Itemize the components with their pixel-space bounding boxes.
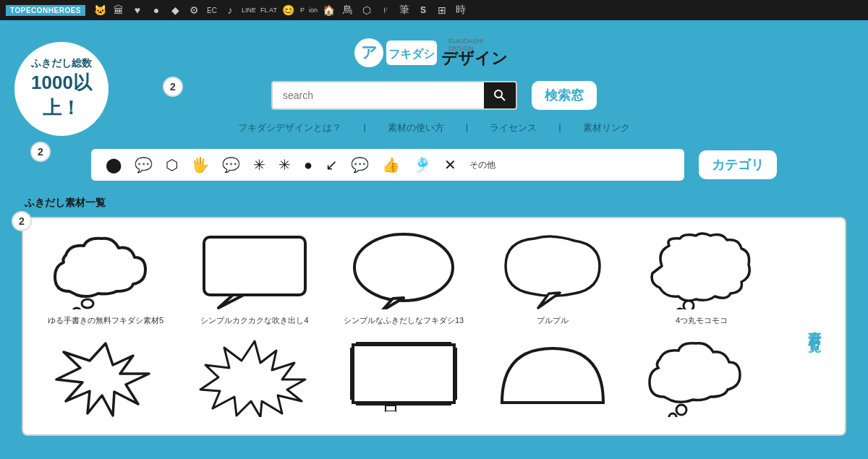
nav-icon-5[interactable]: ◆ (168, 4, 182, 16)
nav-icon-3[interactable]: ♥ (130, 4, 145, 16)
nav-icon-17[interactable]: ド (378, 6, 393, 15)
search-icon (494, 90, 506, 101)
category-section: 2 ⬤ 💬 ⬡ 🖐 💬 ✳ ✳ ● ↙ 💬 👍 🎐 ✕ その他 カテゴリ (22, 149, 846, 181)
nav-icon-12[interactable]: P (300, 7, 305, 14)
svg-point-9 (82, 299, 93, 308)
nav-icon-8[interactable]: ♪ (223, 4, 237, 16)
navlink-license[interactable]: ライセンス (490, 121, 537, 134)
cat-icon-oval2[interactable]: 💬 (222, 156, 240, 173)
svg-line-8 (501, 97, 505, 100)
cat-icon-bubble[interactable]: 💬 (351, 156, 369, 173)
svg-text:FUKIDASHI: FUKIDASHI (448, 38, 483, 45)
svg-text:フキダシ: フキダシ (388, 48, 435, 60)
fukidashi-item-cloud[interactable]: ゆる手書きの無料フキダシ素材5 (35, 230, 176, 326)
nav-icon-7[interactable]: EC (205, 7, 218, 14)
fukidashi-item-halfcircle[interactable] (482, 338, 624, 423)
nav-icon-13[interactable]: ion (309, 7, 318, 14)
cat-icon-thumb[interactable]: 👍 (382, 156, 400, 173)
nav-icon-4[interactable]: ● (149, 4, 163, 16)
svg-marker-12 (218, 295, 244, 308)
nav-icon-16[interactable]: ⬡ (359, 4, 374, 16)
brand-logo[interactable]: TOPECONHEROES (6, 5, 85, 16)
svg-text:デザイン: デザイン (441, 49, 508, 67)
nav-icon-10[interactable]: FL AT (260, 7, 277, 14)
svg-rect-22 (356, 403, 451, 406)
svg-point-16 (684, 301, 694, 309)
svg-point-13 (354, 234, 453, 301)
fukidashi-item-pixel[interactable] (333, 338, 475, 423)
nav-icon-20[interactable]: ⊞ (435, 4, 449, 16)
search-wrapper: 検索窓 (271, 81, 597, 110)
fukidashi-section: ふきだし素材一覧 2 ゆる手書きの無料フキダシ素材 (22, 197, 846, 436)
search-badge: 2 (163, 77, 183, 97)
svg-point-17 (676, 309, 684, 309)
topleft-promo: ふきだし総数 1000以上！ (14, 42, 109, 136)
nav-icon-14[interactable]: 🏠 (322, 4, 336, 16)
fukidashi-item-rect[interactable]: シンプルカクカクな吹き出し4 (184, 230, 326, 326)
fukidashi-item-spiky[interactable] (184, 338, 326, 423)
cat-icon-hand[interactable]: 🖐 (191, 156, 209, 173)
fukidashi-label-4: プルプル (537, 315, 569, 326)
cat-icon-hex[interactable]: ⬡ (166, 156, 178, 173)
search-input[interactable] (273, 82, 484, 108)
category-label-badge: カテゴリ (699, 150, 777, 179)
fukidashi-item-burst[interactable] (35, 338, 176, 423)
svg-point-27 (669, 413, 676, 417)
svg-rect-24 (386, 411, 396, 416)
svg-rect-18 (353, 345, 454, 403)
logo[interactable]: ア フキダシ FUKIDASHI DESIGN デザイン (354, 35, 514, 71)
fukidashi-item-cloud2[interactable] (631, 338, 773, 423)
search-label-badge: 検索窓 (532, 81, 597, 110)
svg-rect-19 (350, 348, 353, 400)
navlink-about[interactable]: フキダシデザインとは？ (238, 121, 341, 134)
navlink-howto[interactable]: 素材の使い方 (388, 121, 444, 134)
nav-icon-18[interactable]: 筆 (397, 4, 412, 17)
fukidashi-label-1: ゆる手書きの無料フキダシ素材5 (48, 315, 163, 326)
fukidashi-grid-wrapper: ゆる手書きの無料フキダシ素材5 シンプルカクカクな吹き出し4 (22, 217, 846, 436)
fukidashi-item-mokomoko[interactable]: 4つ丸モコモコ (631, 230, 773, 326)
nav-links: フキダシデザインとは？ | 素材の使い方 | ライセンス | 素材リンク (22, 121, 846, 134)
cat-icon-arrow[interactable]: ↙ (326, 156, 338, 173)
logo-area: ア フキダシ FUKIDASHI DESIGN デザイン (22, 35, 846, 71)
search-button[interactable] (484, 82, 516, 108)
fukidashi-label-5: 4つ丸モコモコ (676, 315, 728, 326)
svg-rect-11 (204, 237, 305, 295)
category-bar: ⬤ 💬 ⬡ 🖐 💬 ✳ ✳ ● ↙ 💬 👍 🎐 ✕ その他 (91, 149, 684, 181)
cat-other[interactable]: その他 (469, 159, 495, 171)
cat-icon-swirl[interactable]: 🎐 (413, 156, 431, 173)
nav-icon-6[interactable]: ⚙ (187, 4, 201, 16)
svg-point-10 (73, 308, 80, 309)
svg-point-7 (495, 90, 502, 98)
fukidashi-label-2: シンプルカクカクな吹き出し4 (200, 315, 308, 326)
fukidashi-row-1: ゆる手書きの無料フキダシ素材5 シンプルカクカクな吹き出し4 (35, 230, 773, 326)
cat-icon-speech[interactable]: 💬 (135, 156, 153, 173)
cat-icon-oval[interactable]: ⬤ (106, 156, 122, 173)
fukidashi-item-purupuru[interactable]: プルプル (482, 230, 624, 326)
svg-rect-20 (454, 348, 457, 400)
category-badge: 2 (30, 142, 51, 162)
promo-line2: 1000以上！ (14, 70, 109, 121)
cat-icon-star1[interactable]: ✳ (253, 156, 265, 173)
top-navigation: TOPECONHEROES 🐱 🏛 ♥ ● ◆ ⚙ EC ♪ LINE FL A… (0, 0, 868, 20)
search-section: 2 検索窓 (22, 81, 846, 110)
svg-rect-21 (356, 342, 451, 345)
svg-rect-23 (386, 406, 396, 411)
nav-icon-1[interactable]: 🐱 (93, 4, 107, 16)
fukidashi-item-circle[interactable]: シンプルなふきだしなフキダシ13 (333, 230, 475, 326)
nav-icon-2[interactable]: 🏛 (111, 4, 126, 16)
nav-icon-21[interactable]: 時 (454, 4, 468, 17)
nav-icon-15[interactable]: 鳥 (341, 4, 355, 17)
cat-icon-cross[interactable]: ✕ (444, 156, 456, 173)
main-content: ふきだし総数 1000以上！ ア フキダシ FUKIDASHI DESIGN デ… (0, 20, 868, 450)
nav-icon-19[interactable]: S (416, 5, 430, 15)
cat-icon-circle[interactable]: ● (304, 157, 312, 173)
svg-text:ア: ア (361, 43, 378, 61)
navlink-links[interactable]: 素材リンク (583, 121, 630, 134)
cat-icon-star2[interactable]: ✳ (278, 156, 291, 173)
fukidashi-grid: ゆる手書きの無料フキダシ素材5 シンプルカクカクな吹き出し4 (35, 230, 773, 423)
svg-point-26 (676, 405, 686, 415)
nav-icon-9[interactable]: LINE (242, 7, 256, 14)
fukidashi-row-2 (35, 338, 773, 423)
promo-line1: ふきだし総数 (31, 57, 92, 70)
nav-icon-11[interactable]: 😊 (281, 4, 296, 16)
